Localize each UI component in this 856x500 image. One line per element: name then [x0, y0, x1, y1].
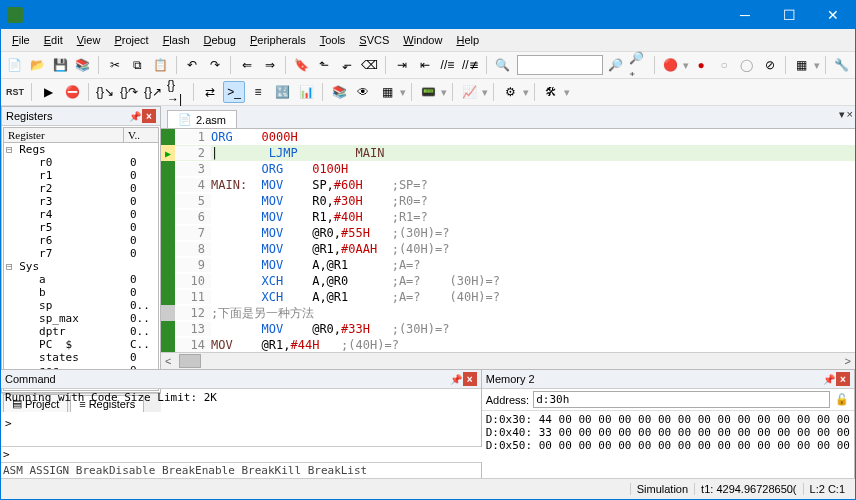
code-line[interactable]: 8 MOV @R1,#0AAH ;(40H)=? — [161, 241, 855, 257]
bp-list-button[interactable]: ⊘ — [759, 54, 780, 76]
code-line[interactable]: 12;下面是另一种方法 — [161, 305, 855, 321]
run-to-cursor-button[interactable]: {}→| — [166, 81, 188, 103]
pin-icon[interactable]: 📌 — [822, 372, 836, 386]
code-line[interactable]: 14MOV @R1,#44H ;(40H)=? — [161, 337, 855, 352]
bookmark-next-button[interactable]: ⬐ — [337, 54, 358, 76]
nav-fwd-button[interactable]: ⇒ — [259, 54, 280, 76]
close-pane-button[interactable]: × — [836, 372, 850, 386]
copy-button[interactable]: ⧉ — [127, 54, 148, 76]
memory-row[interactable]: D:0x50: 00 00 00 00 00 00 00 00 00 00 00… — [486, 439, 850, 452]
close-pane-button[interactable]: × — [142, 109, 156, 123]
stop-button[interactable]: ⛔ — [61, 81, 83, 103]
reg-r7[interactable]: r70 — [4, 247, 158, 260]
reset-button[interactable]: RST — [4, 81, 26, 103]
col-value[interactable]: V.. — [124, 128, 158, 142]
maximize-button[interactable]: ☐ — [767, 1, 811, 29]
menu-project[interactable]: Project — [107, 32, 155, 48]
bp-disable-button[interactable]: ○ — [714, 54, 735, 76]
code-line[interactable]: 5 MOV R0,#30H ;R0=? — [161, 193, 855, 209]
indent-button[interactable]: ⇥ — [391, 54, 412, 76]
new-file-button[interactable]: 📄 — [4, 54, 25, 76]
step-over-button[interactable]: {}↷ — [118, 81, 140, 103]
menu-peripherals[interactable]: Peripherals — [243, 32, 313, 48]
trace-button[interactable]: ⚙ — [499, 81, 521, 103]
menu-window[interactable]: Window — [396, 32, 449, 48]
code-line[interactable]: 13 MOV @R0,#33H ;(30H)=? — [161, 321, 855, 337]
code-line[interactable]: 9 MOV A,@R1 ;A=? — [161, 257, 855, 273]
code-line[interactable]: 1ORG 0000H — [161, 129, 855, 145]
breakpoint-button[interactable]: ● — [691, 54, 712, 76]
save-button[interactable]: 💾 — [50, 54, 71, 76]
reg-r6[interactable]: r60 — [4, 234, 158, 247]
reg-sp[interactable]: sp0.. — [4, 299, 158, 312]
bookmark-prev-button[interactable]: ⬑ — [314, 54, 335, 76]
command-input[interactable] — [1, 447, 485, 462]
lock-icon[interactable]: 🔓 — [834, 392, 850, 408]
reg-r0[interactable]: r00 — [4, 156, 158, 169]
memory-button[interactable]: ▦ — [376, 81, 398, 103]
pin-icon[interactable]: 📌 — [128, 109, 142, 123]
nav-back-button[interactable]: ⇐ — [236, 54, 257, 76]
find-files-button[interactable]: 🔍 — [492, 54, 513, 76]
step-button[interactable]: {}↘ — [94, 81, 116, 103]
run-button[interactable]: ▶ — [37, 81, 59, 103]
toolbox-button[interactable]: 🛠 — [540, 81, 562, 103]
paste-button[interactable]: 📋 — [150, 54, 171, 76]
menu-flash[interactable]: Flash — [156, 32, 197, 48]
close-button[interactable]: ✕ — [811, 1, 855, 29]
reg-states[interactable]: states0 — [4, 351, 158, 364]
bookmark-clear-button[interactable]: ⌫ — [360, 54, 381, 76]
minimize-button[interactable]: ─ — [723, 1, 767, 29]
bookmark-button[interactable]: 🔖 — [291, 54, 312, 76]
tab-dropdown-button[interactable]: ▾ — [839, 108, 845, 121]
editor-tab[interactable]: 📄 2.asm — [167, 110, 237, 128]
code-line[interactable]: 4MAIN: MOV SP,#60H ;SP=? — [161, 177, 855, 193]
memory-row[interactable]: D:0x30: 44 00 00 00 00 00 00 00 00 00 00… — [486, 413, 850, 426]
cut-button[interactable]: ✂ — [104, 54, 125, 76]
reg-b[interactable]: b0 — [4, 286, 158, 299]
code-line[interactable]: 6 MOV R1,#40H ;R1=? — [161, 209, 855, 225]
call-stack-button[interactable]: 📚 — [328, 81, 350, 103]
menu-svcs[interactable]: SVCS — [352, 32, 396, 48]
registers-button[interactable]: 📊 — [295, 81, 317, 103]
code-line[interactable]: 10 XCH A,@R0 ;A=? (30H)=? — [161, 273, 855, 289]
find-button[interactable]: 🔎 — [605, 54, 626, 76]
undo-button[interactable]: ↶ — [182, 54, 203, 76]
config-button[interactable]: 🔧 — [831, 54, 852, 76]
hscrollbar[interactable]: < > — [161, 352, 855, 369]
address-input[interactable] — [533, 391, 830, 408]
analyzer-button[interactable]: 📈 — [458, 81, 480, 103]
bp-kill-button[interactable]: ◯ — [736, 54, 757, 76]
tab-close-button[interactable]: × — [847, 108, 853, 121]
menu-help[interactable]: Help — [449, 32, 486, 48]
pin-icon[interactable]: 📌 — [449, 372, 463, 386]
symbols-button[interactable]: 🔣 — [271, 81, 293, 103]
uncomment-button[interactable]: //≢ — [460, 54, 481, 76]
find-combo[interactable] — [517, 55, 604, 75]
col-register[interactable]: Register — [4, 128, 124, 142]
code-line[interactable]: ▶2| LJMP MAIN — [161, 145, 855, 161]
code-line[interactable]: 11 XCH A,@R1 ;A=? (40H)=? — [161, 289, 855, 305]
code-editor[interactable]: 1ORG 0000H▶2| LJMP MAIN3 ORG 0100H4MAIN:… — [161, 129, 855, 352]
menu-tools[interactable]: Tools — [313, 32, 353, 48]
reg-r1[interactable]: r10 — [4, 169, 158, 182]
menu-file[interactable]: File — [5, 32, 37, 48]
close-pane-button[interactable]: × — [463, 372, 477, 386]
watch-button[interactable]: 👁 — [352, 81, 374, 103]
comment-button[interactable]: //≡ — [437, 54, 458, 76]
reg-r2[interactable]: r20 — [4, 182, 158, 195]
save-all-button[interactable]: 📚 — [73, 54, 94, 76]
reg-a[interactable]: a0 — [4, 273, 158, 286]
find-next-button[interactable]: 🔎₊ — [628, 54, 649, 76]
code-line[interactable]: 3 ORG 0100H — [161, 161, 855, 177]
reg-r4[interactable]: r40 — [4, 208, 158, 221]
outdent-button[interactable]: ⇤ — [414, 54, 435, 76]
menu-edit[interactable]: Edit — [37, 32, 70, 48]
code-line[interactable]: 7 MOV @R0,#55H ;(30H)=? — [161, 225, 855, 241]
cmd-window-button[interactable]: >_ — [223, 81, 245, 103]
serial-button[interactable]: 📟 — [417, 81, 439, 103]
reg-r3[interactable]: r30 — [4, 195, 158, 208]
reg-sp_max[interactable]: sp_max0.. — [4, 312, 158, 325]
reg-dptr[interactable]: dptr0.. — [4, 325, 158, 338]
menu-view[interactable]: View — [70, 32, 108, 48]
